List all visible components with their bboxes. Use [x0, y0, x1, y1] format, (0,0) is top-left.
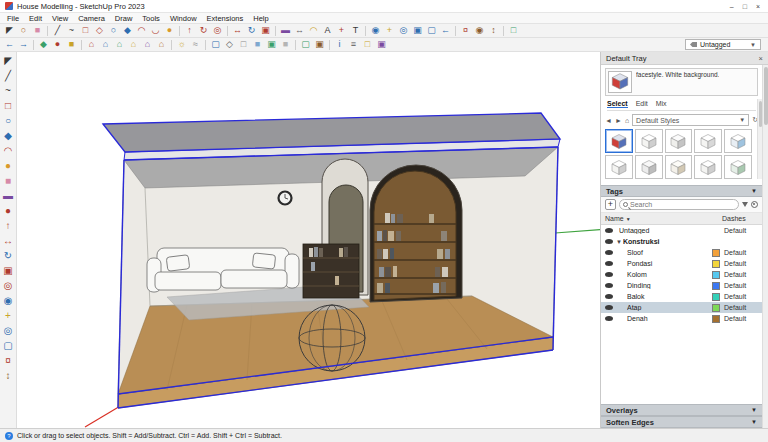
menu-file[interactable]: File: [7, 14, 19, 23]
back-arrow-icon[interactable]: ◄: [605, 117, 612, 124]
3d-viewport[interactable]: [17, 52, 600, 428]
walk-tool-icon[interactable]: ↕: [487, 25, 500, 37]
pie-tool-icon[interactable]: ●: [1, 159, 15, 173]
line-tool-icon[interactable]: ╱: [51, 25, 64, 37]
iso-view-icon[interactable]: ⌂: [85, 39, 98, 51]
menu-view[interactable]: View: [52, 14, 68, 23]
look-around-icon[interactable]: ◉: [473, 25, 486, 37]
paint-bucket-icon[interactable]: ●: [1, 204, 15, 218]
polygon-tool-icon[interactable]: ◆: [121, 25, 134, 37]
shadows-toggle-icon[interactable]: ☼: [175, 39, 188, 51]
visibility-eye-icon[interactable]: [605, 283, 613, 288]
tag-search-box[interactable]: [619, 199, 739, 210]
visibility-eye-icon[interactable]: [605, 250, 613, 255]
tag-dashes[interactable]: Default: [724, 304, 758, 311]
close-button[interactable]: ×: [756, 3, 760, 10]
tag-dashes[interactable]: Default: [724, 260, 758, 267]
scenes-icon[interactable]: □: [361, 39, 374, 51]
text-tool-icon[interactable]: A: [321, 25, 334, 37]
tag-dashes[interactable]: Default: [724, 315, 758, 322]
axes-tool-icon[interactable]: +: [335, 25, 348, 37]
style-thumbnail-9[interactable]: [694, 155, 722, 179]
styles-tab-edit[interactable]: Edit: [636, 100, 648, 108]
model-scene[interactable]: [17, 52, 600, 428]
3d-text-tool-icon[interactable]: T: [349, 25, 362, 37]
visibility-eye-icon[interactable]: [605, 305, 613, 310]
tray-scrollbar[interactable]: [762, 65, 768, 428]
style-thumbnail-6[interactable]: [605, 155, 633, 179]
offset-tool-icon[interactable]: ◎: [211, 25, 224, 37]
tape-measure-icon[interactable]: ▬: [279, 25, 292, 37]
tags-panel-header[interactable]: Tags ▼: [601, 185, 762, 197]
menu-draw[interactable]: Draw: [115, 14, 133, 23]
filter-icon[interactable]: [742, 202, 748, 207]
tag-row-denah[interactable]: DenahDefault: [601, 313, 762, 324]
tag-color-swatch[interactable]: [712, 260, 720, 268]
styles-panel-icon[interactable]: ▣: [375, 39, 388, 51]
push-pull-icon[interactable]: ↑: [183, 25, 196, 37]
soften-edges-panel-header[interactable]: Soften Edges ▼: [601, 416, 762, 428]
tag-color-swatch[interactable]: [712, 271, 720, 279]
tape-measure-icon[interactable]: ▬: [1, 189, 15, 203]
scale-tool-icon[interactable]: ▣: [259, 25, 272, 37]
rotate-tool-icon[interactable]: ↻: [245, 25, 258, 37]
style-thumbnail-10[interactable]: [724, 155, 752, 179]
menu-edit[interactable]: Edit: [29, 14, 42, 23]
dashes-column-header[interactable]: Dashes: [722, 215, 758, 222]
section-plane-icon[interactable]: □: [507, 25, 520, 37]
hidden-line-mode-icon[interactable]: □: [237, 39, 250, 51]
wireframe-mode-icon[interactable]: ◇: [223, 39, 236, 51]
tag-dashes[interactable]: Default: [724, 282, 758, 289]
styles-tab-mix[interactable]: Mix: [656, 100, 667, 108]
gear-icon[interactable]: [751, 201, 758, 208]
zoom-tool-icon[interactable]: ◎: [397, 25, 410, 37]
undo-icon[interactable]: ←: [3, 39, 16, 51]
circle-tool-icon[interactable]: ○: [1, 114, 15, 128]
model-room[interactable]: [103, 113, 560, 408]
previous-view-icon[interactable]: ←: [439, 25, 452, 37]
pan-tool-icon[interactable]: +: [383, 25, 396, 37]
select-tool-icon[interactable]: ◤: [1, 54, 15, 68]
menu-window[interactable]: Window: [170, 14, 197, 23]
two-point-arc-icon[interactable]: ◡: [149, 25, 162, 37]
arc-tool-icon[interactable]: ◠: [1, 144, 15, 158]
orbit-tool-icon[interactable]: ◉: [369, 25, 382, 37]
add-tag-button[interactable]: +: [605, 199, 616, 210]
menu-camera[interactable]: Camera: [78, 14, 105, 23]
home-icon[interactable]: ⌂: [625, 117, 629, 124]
tag-row-balok[interactable]: BalokDefault: [601, 291, 762, 302]
maximize-button[interactable]: □: [743, 3, 747, 10]
textured-mode-icon[interactable]: ▣: [265, 39, 278, 51]
collapse-arrow-icon[interactable]: ▼: [616, 239, 622, 245]
zoom-extents-icon[interactable]: ▢: [1, 339, 15, 353]
tag-search-input[interactable]: [630, 201, 735, 208]
lasso-select-icon[interactable]: ○: [17, 25, 30, 37]
name-column-header[interactable]: Name ▼: [605, 215, 722, 222]
polygon-tool-icon[interactable]: ◆: [1, 129, 15, 143]
follow-me-icon[interactable]: ↻: [197, 25, 210, 37]
bookshelf-alcove[interactable]: [370, 165, 462, 302]
push-pull-icon[interactable]: ↑: [1, 219, 15, 233]
pie-tool-icon[interactable]: ●: [163, 25, 176, 37]
zoom-window-icon[interactable]: ▣: [411, 25, 424, 37]
style-thumbnail-3[interactable]: [665, 129, 693, 153]
eraser-tool-icon[interactable]: ■: [1, 174, 15, 188]
tag-color-swatch[interactable]: [712, 282, 720, 290]
style-thumbnail-5[interactable]: [724, 129, 752, 153]
arc-tool-icon[interactable]: ◠: [135, 25, 148, 37]
move-tool-icon[interactable]: ↔: [1, 234, 15, 248]
styles-collection-dropdown[interactable]: Default Styles ▼: [632, 114, 749, 126]
materials-icon[interactable]: ■: [65, 39, 78, 51]
styles-scrollbar[interactable]: [757, 99, 762, 179]
line-tool-icon[interactable]: ╱: [1, 69, 15, 83]
entity-info-icon[interactable]: i: [333, 39, 346, 51]
style-thumbnail-4[interactable]: [694, 129, 722, 153]
x-ray-mode-icon[interactable]: ▢: [209, 39, 222, 51]
rectangle-tool-icon[interactable]: □: [1, 99, 15, 113]
tag-color-swatch[interactable]: [712, 293, 720, 301]
move-tool-icon[interactable]: ↔: [231, 25, 244, 37]
right-view-icon[interactable]: ⌂: [127, 39, 140, 51]
tag-color-swatch[interactable]: [712, 315, 720, 323]
visibility-eye-icon[interactable]: [605, 239, 613, 244]
paint-bucket-icon[interactable]: ●: [51, 39, 64, 51]
